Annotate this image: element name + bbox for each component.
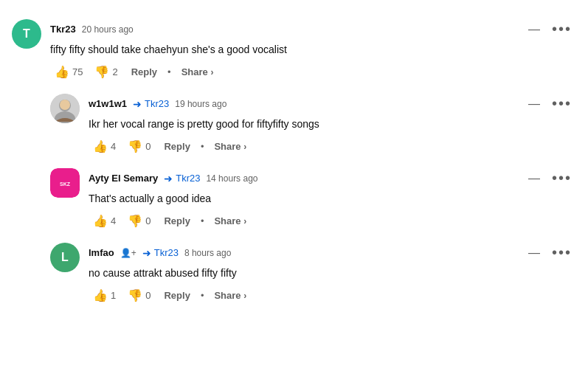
username: lmfao: [89, 247, 114, 258]
like-button[interactable]: 👍 1: [89, 285, 120, 305]
avatar: SKZ: [50, 168, 80, 198]
minimize-icon[interactable]: —: [524, 21, 544, 38]
comment-controls: — •••: [524, 168, 576, 188]
reply-button[interactable]: Reply: [158, 287, 196, 304]
dislike-count: 0: [145, 215, 151, 226]
comment-header: Tkr23 20 hours ago — •••: [50, 19, 576, 39]
comment-text: Ikr her vocal range is pretty good for f…: [89, 117, 576, 132]
comment-controls: — •••: [524, 19, 576, 39]
dislike-count: 0: [145, 141, 151, 152]
comment-meta: Tkr23 20 hours ago: [50, 24, 134, 35]
svg-text:SKZ: SKZ: [60, 181, 71, 187]
separator: •: [201, 141, 204, 152]
dislike-count: 2: [112, 66, 117, 77]
thumbs-up-icon: 👍: [93, 214, 108, 228]
reply-button[interactable]: Reply: [125, 63, 163, 80]
comment-meta: w1w1w1 ➜ Tkr23 19 hours ago: [89, 98, 226, 110]
comment-actions: 👍 4 👎 0 Reply • Share ›: [89, 211, 576, 231]
share-chevron-icon: ›: [243, 142, 246, 152]
arrow-right-icon: ➜: [133, 98, 142, 110]
more-options-icon[interactable]: •••: [547, 19, 576, 39]
like-count: 4: [111, 141, 116, 152]
dislike-button[interactable]: 👎 0: [123, 211, 155, 231]
comment-item: w1w1w1 ➜ Tkr23 19 hours ago — ••• Ikr he…: [12, 86, 576, 161]
like-count: 75: [72, 66, 83, 77]
reply-to-user: Tkr23: [154, 247, 179, 258]
comment-text: no cause attrakt abused fifty fifty: [89, 266, 576, 281]
username: Tkr23: [50, 24, 76, 35]
share-button[interactable]: Share ›: [208, 138, 252, 155]
thumbs-up-icon: 👍: [93, 139, 108, 153]
comment-body: Ayty El Semary ➜ Tkr23 14 hours ago — ••…: [89, 168, 576, 231]
like-button[interactable]: 👍 4: [89, 136, 120, 156]
reply-to-user: Tkr23: [176, 173, 200, 184]
thumbs-down-icon: 👎: [128, 139, 142, 153]
timestamp: 14 hours ago: [206, 173, 257, 184]
thumbs-up-icon: 👍: [93, 288, 108, 302]
share-chevron-icon: ›: [210, 67, 213, 77]
minimize-icon[interactable]: —: [524, 245, 544, 261]
more-options-icon[interactable]: •••: [547, 94, 576, 114]
comment-meta: Ayty El Semary ➜ Tkr23 14 hours ago: [89, 173, 257, 184]
minimize-icon[interactable]: —: [524, 96, 544, 112]
comment-header: w1w1w1 ➜ Tkr23 19 hours ago — •••: [89, 94, 576, 114]
comment-controls: — •••: [524, 94, 576, 114]
timestamp: 8 hours ago: [184, 248, 231, 258]
comment-item: L lmfao 👤+ ➜ Tkr23 8 hours ago — ••• no …: [12, 235, 576, 310]
reply-to: ➜ Tkr23: [142, 247, 179, 259]
comment-body: Tkr23 20 hours ago — ••• fifty fifty sho…: [50, 19, 576, 82]
like-count: 4: [111, 215, 116, 226]
comment-controls: — •••: [524, 243, 576, 263]
comment-header: Ayty El Semary ➜ Tkr23 14 hours ago — ••…: [89, 168, 576, 188]
separator: •: [201, 290, 204, 301]
arrow-right-icon: ➜: [142, 247, 151, 259]
avatar: L: [50, 243, 80, 272]
dislike-count: 0: [145, 290, 151, 301]
share-button[interactable]: Share ›: [208, 287, 252, 304]
like-button[interactable]: 👍 4: [89, 211, 120, 231]
comment-text: That's actually a good idea: [89, 191, 576, 207]
like-count: 1: [111, 290, 116, 301]
dislike-button[interactable]: 👎 0: [123, 285, 155, 305]
timestamp: 20 hours ago: [82, 24, 134, 35]
minimize-icon[interactable]: —: [524, 170, 544, 187]
comment-actions: 👍 1 👎 0 Reply • Share ›: [89, 285, 576, 305]
more-options-icon[interactable]: •••: [547, 168, 576, 188]
username: Ayty El Semary: [89, 173, 158, 184]
share-button[interactable]: Share ›: [208, 212, 252, 229]
separator: •: [167, 66, 171, 77]
share-chevron-icon: ›: [243, 291, 246, 301]
thumbs-down-icon: 👎: [94, 65, 109, 79]
separator: •: [201, 215, 204, 226]
share-button[interactable]: Share ›: [176, 63, 220, 80]
comment-item: T Tkr23 20 hours ago — ••• fifty fifty s…: [12, 12, 576, 86]
avatar: T: [12, 19, 41, 49]
timestamp: 19 hours ago: [175, 99, 226, 109]
thumbs-up-icon: 👍: [55, 65, 69, 79]
more-options-icon[interactable]: •••: [547, 243, 576, 263]
username: w1w1w1: [89, 98, 127, 109]
comment-actions: 👍 75 👎 2 Reply • Share ›: [50, 62, 576, 82]
add-user-icon: 👤+: [120, 248, 136, 258]
comment-text: fifty fifty should take chaehyun she's a…: [50, 42, 576, 58]
comment-header: lmfao 👤+ ➜ Tkr23 8 hours ago — •••: [89, 243, 576, 263]
reply-to-user: Tkr23: [145, 98, 169, 109]
dislike-button[interactable]: 👎 2: [90, 62, 122, 82]
thumbs-down-icon: 👎: [128, 288, 142, 302]
reply-to: ➜ Tkr23: [164, 173, 200, 184]
reply-to: ➜ Tkr23: [133, 98, 169, 110]
reply-button[interactable]: Reply: [158, 138, 196, 155]
svg-point-3: [60, 100, 70, 110]
comment-actions: 👍 4 👎 0 Reply • Share ›: [89, 136, 576, 156]
comment-item: SKZ Ayty El Semary ➜ Tkr23 14 hours ago …: [12, 161, 576, 235]
thumbs-down-icon: 👎: [128, 214, 142, 228]
dislike-button[interactable]: 👎 0: [123, 136, 155, 156]
reply-button[interactable]: Reply: [158, 212, 196, 229]
comment-body: w1w1w1 ➜ Tkr23 19 hours ago — ••• Ikr he…: [89, 94, 576, 156]
arrow-right-icon: ➜: [164, 173, 173, 184]
comment-meta: lmfao 👤+ ➜ Tkr23 8 hours ago: [89, 247, 231, 259]
comment-thread: T Tkr23 20 hours ago — ••• fifty fifty s…: [12, 12, 576, 310]
share-chevron-icon: ›: [243, 216, 246, 226]
like-button[interactable]: 👍 75: [50, 62, 87, 82]
comment-body: lmfao 👤+ ➜ Tkr23 8 hours ago — ••• no ca…: [89, 243, 576, 305]
